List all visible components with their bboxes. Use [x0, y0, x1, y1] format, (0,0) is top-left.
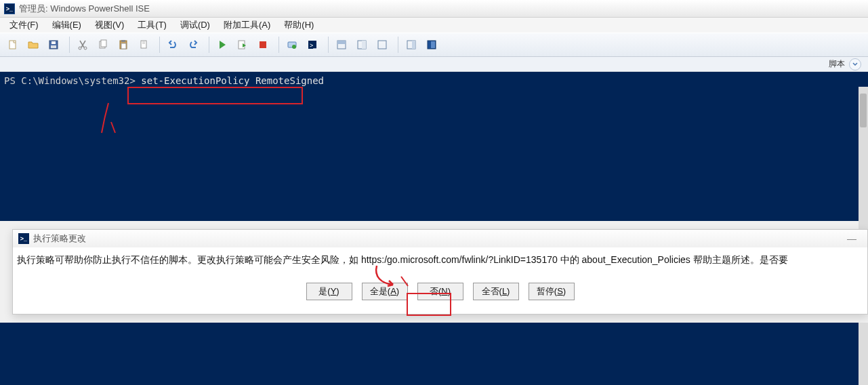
svg-point-4	[79, 47, 81, 49]
svg-rect-2	[51, 41, 56, 44]
menu-debug[interactable]: 调试(D)	[173, 18, 217, 33]
console-pane[interactable]: PS C:\Windows\system32> set-ExecutionPol…	[0, 72, 868, 221]
toolbar-separator	[209, 37, 209, 53]
show-script-top-button[interactable]	[333, 36, 350, 54]
cut-button[interactable]	[74, 36, 91, 54]
svg-point-17	[292, 45, 296, 49]
toolbar-separator	[328, 37, 329, 53]
show-script-right-button[interactable]	[353, 36, 371, 54]
dialog-titlebar: >_ 执行策略更改 —	[13, 230, 867, 247]
new-file-button[interactable]	[4, 36, 22, 54]
menu-view[interactable]: 视图(V)	[88, 18, 131, 33]
console-scrollbar[interactable]	[859, 87, 868, 229]
window-titlebar: >_ 管理员: Windows PowerShell ISE	[0, 0, 868, 18]
save-button[interactable]	[45, 36, 62, 54]
menu-file[interactable]: 文件(F)	[3, 18, 45, 33]
svg-rect-15	[260, 41, 266, 48]
svg-point-5	[84, 47, 87, 49]
undo-button[interactable]	[164, 36, 182, 54]
start-powershell-button[interactable]: >_	[304, 36, 321, 54]
new-remote-tab-button[interactable]	[283, 36, 301, 54]
run-selection-button[interactable]	[234, 36, 251, 54]
toolbar-separator	[278, 37, 279, 53]
show-script-max-button[interactable]	[373, 36, 391, 54]
yes-button[interactable]: 是(Y)	[306, 283, 352, 300]
menubar: 文件(F) 编辑(E) 视图(V) 工具(T) 调试(D) 附加工具(A) 帮助…	[0, 18, 868, 33]
toolbar: >_	[0, 33, 868, 57]
no-button[interactable]: 否(N)	[417, 283, 463, 300]
window-title: 管理员: Windows PowerShell ISE	[19, 3, 150, 15]
svg-rect-7	[101, 40, 106, 47]
powershell-icon: >_	[18, 233, 29, 244]
svg-rect-10	[121, 43, 126, 49]
svg-rect-28	[431, 41, 435, 48]
redo-button[interactable]	[184, 36, 202, 54]
svg-text:>_: >_	[310, 42, 317, 49]
menu-edit[interactable]: 编辑(E)	[45, 18, 88, 33]
chevron-down-icon[interactable]	[849, 58, 861, 70]
run-button[interactable]	[213, 36, 231, 54]
paste-button[interactable]	[115, 36, 132, 54]
toolbar-separator	[159, 37, 160, 53]
svg-rect-0	[9, 41, 16, 49]
show-command-addon-button[interactable]	[423, 36, 440, 54]
suspend-button[interactable]: 暂停(S)	[529, 283, 575, 300]
yes-all-button[interactable]: 全是(A)	[362, 283, 408, 300]
menu-help[interactable]: 帮助(H)	[277, 18, 321, 33]
menu-tools[interactable]: 工具(T)	[131, 18, 173, 33]
clear-button[interactable]	[135, 36, 152, 54]
console-command: set-ExecutionPolicy RemoteSigned	[141, 75, 324, 86]
svg-rect-9	[121, 40, 125, 42]
console-prompt: PS C:\Windows\system32>	[4, 75, 136, 86]
svg-rect-3	[51, 45, 56, 48]
scrollbar-thumb[interactable]	[860, 94, 867, 127]
no-all-button[interactable]: 全否(L)	[473, 283, 519, 300]
stop-button[interactable]	[254, 36, 272, 54]
script-pane-header: 脚本	[0, 57, 868, 72]
svg-rect-26	[412, 41, 415, 49]
powershell-icon: >_	[4, 3, 15, 14]
svg-rect-23	[362, 41, 366, 49]
execution-policy-dialog: >_ 执行策略更改 — 执行策略可帮助你防止执行不信任的脚本。更改执行策略可能会…	[12, 229, 868, 315]
dialog-button-row: 是(Y) 全是(A) 否(N) 全否(L) 暂停(S)	[13, 279, 867, 314]
toolbar-separator	[398, 37, 398, 53]
open-file-button[interactable]	[24, 36, 42, 54]
copy-button[interactable]	[94, 36, 112, 54]
svg-rect-21	[337, 41, 346, 44]
console-lower-area	[0, 323, 868, 385]
svg-rect-24	[378, 41, 386, 49]
menu-addons[interactable]: 附加工具(A)	[217, 18, 277, 33]
toolbar-separator	[69, 37, 70, 53]
show-command-pane-button[interactable]	[402, 36, 420, 54]
dialog-title: 执行策略更改	[33, 232, 86, 245]
dialog-minimize-button[interactable]: —	[842, 233, 862, 244]
dialog-message: 执行策略可帮助你防止执行不信任的脚本。更改执行策略可能会产生安全风险，如 htt…	[13, 247, 867, 279]
script-pane-label: 脚本	[829, 58, 845, 70]
